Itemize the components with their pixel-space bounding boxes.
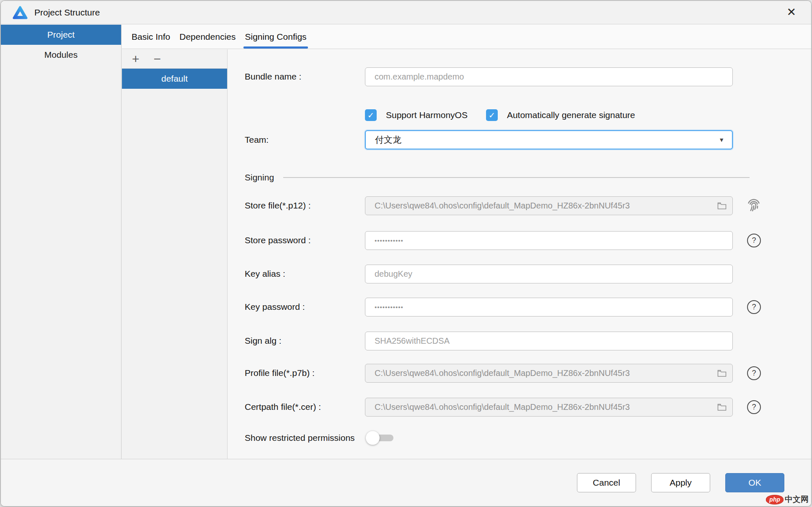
bundle-name-input[interactable] xyxy=(365,67,733,86)
config-list-toolbar: + − xyxy=(122,49,227,69)
add-config-icon[interactable]: + xyxy=(132,53,140,65)
store-file-input[interactable]: C:\Users\qwe84\.ohos\config\default_MapD… xyxy=(365,196,733,215)
signing-section-header: Signing xyxy=(228,172,750,183)
auto-generate-signature-label: Automatically generate signature xyxy=(507,110,635,120)
signing-config-list: + − default xyxy=(122,49,228,459)
watermark: php 中文网 xyxy=(766,494,809,505)
help-icon[interactable]: ? xyxy=(747,400,761,414)
sign-alg-label: Sign alg : xyxy=(228,336,365,346)
support-harmonyos-group: ✓ Support HarmonyOS xyxy=(365,109,486,121)
tab-basic-info[interactable]: Basic Info xyxy=(127,25,175,49)
config-item-default[interactable]: default xyxy=(122,69,227,89)
help-icon[interactable]: ? xyxy=(747,366,761,380)
store-file-value: C:\Users\qwe84\.ohos\config\default_MapD… xyxy=(375,201,714,211)
chevron-down-icon: ▼ xyxy=(719,136,724,143)
tab-dependencies[interactable]: Dependencies xyxy=(175,25,240,49)
show-restricted-label: Show restricted permissions xyxy=(228,433,355,443)
tab-label: Signing Configs xyxy=(245,32,306,42)
profile-file-input[interactable]: C:\Users\qwe84\.ohos\config\default_MapD… xyxy=(365,364,733,383)
tabs-bar: Basic Info Dependencies Signing Configs xyxy=(122,25,811,49)
store-password-row: Store password : ? xyxy=(228,231,761,250)
certpath-file-value: C:\Users\qwe84\.ohos\config\default_MapD… xyxy=(375,402,714,412)
bundle-name-row: Bundle name : xyxy=(228,67,733,86)
ok-button[interactable]: OK xyxy=(725,473,784,492)
key-alias-row: Key alias : xyxy=(228,264,733,283)
section-divider xyxy=(283,177,750,178)
sidebar-item-modules[interactable]: Modules xyxy=(1,45,121,65)
store-file-row: Store file(*.p12) : C:\Users\qwe84\.ohos… xyxy=(228,196,762,215)
cancel-button[interactable]: Cancel xyxy=(577,473,636,492)
profile-file-row: Profile file(*.p7b) : C:\Users\qwe84\.oh… xyxy=(228,363,761,383)
close-icon[interactable]: ✕ xyxy=(783,6,799,19)
certpath-file-label: Certpath file(*.cer) : xyxy=(228,402,365,412)
checkbox-row: ✓ Support HarmonyOS ✓ Automatically gene… xyxy=(365,106,654,125)
sign-alg-input[interactable] xyxy=(365,332,733,350)
sidebar-item-label: Project xyxy=(47,30,75,40)
config-item-label: default xyxy=(161,74,188,84)
tab-label: Basic Info xyxy=(132,32,170,42)
profile-file-label: Profile file(*.p7b) : xyxy=(228,368,365,378)
folder-icon[interactable] xyxy=(717,403,727,411)
team-value: 付文龙 xyxy=(375,134,401,146)
help-icon[interactable]: ? xyxy=(747,234,761,247)
folder-icon[interactable] xyxy=(717,202,727,210)
title-bar: Project Structure ✕ xyxy=(1,1,811,24)
certpath-file-input[interactable]: C:\Users\qwe84\.ohos\config\default_MapD… xyxy=(365,398,733,417)
support-harmonyos-label: Support HarmonyOS xyxy=(386,110,468,120)
sign-alg-row: Sign alg : xyxy=(228,331,733,350)
show-restricted-toggle[interactable] xyxy=(367,435,393,441)
deveco-logo-icon xyxy=(13,6,28,19)
signing-configs-form: Bundle name : ✓ Support HarmonyOS ✓ Auto… xyxy=(228,49,811,459)
remove-config-icon[interactable]: − xyxy=(154,53,161,65)
dialog-title: Project Structure xyxy=(34,8,100,18)
toggle-knob xyxy=(366,431,380,445)
team-label: Team: xyxy=(228,135,365,145)
sidebar: Project Modules xyxy=(1,25,122,459)
auto-generate-signature-group: ✓ Automatically generate signature xyxy=(486,109,654,121)
tab-label: Dependencies xyxy=(179,32,235,42)
apply-button[interactable]: Apply xyxy=(651,473,710,492)
project-structure-dialog: Project Structure ✕ Project Modules Basi… xyxy=(0,0,812,507)
auto-generate-signature-checkbox[interactable]: ✓ xyxy=(486,109,498,121)
help-icon[interactable]: ? xyxy=(747,300,761,314)
dialog-footer: Cancel Apply OK xyxy=(1,459,811,506)
key-alias-label: Key alias : xyxy=(228,269,365,279)
folder-icon[interactable] xyxy=(717,369,727,377)
key-password-input[interactable] xyxy=(365,298,733,317)
tab-signing-configs[interactable]: Signing Configs xyxy=(240,25,311,49)
sidebar-item-project[interactable]: Project xyxy=(1,25,121,45)
team-dropdown[interactable]: 付文龙 ▼ xyxy=(365,130,733,149)
certpath-file-row: Certpath file(*.cer) : C:\Users\qwe84\.o… xyxy=(228,397,761,417)
fingerprint-icon[interactable] xyxy=(745,196,762,215)
key-alias-input[interactable] xyxy=(365,265,733,283)
store-file-label: Store file(*.p12) : xyxy=(228,201,365,211)
store-password-input[interactable] xyxy=(365,231,733,250)
profile-file-value: C:\Users\qwe84\.ohos\config\default_MapD… xyxy=(375,368,714,378)
team-row: Team: 付文龙 ▼ xyxy=(228,130,733,149)
signing-section-title: Signing xyxy=(228,172,274,183)
key-password-label: Key password : xyxy=(228,302,365,312)
sidebar-item-label: Modules xyxy=(44,50,78,60)
watermark-text: 中文网 xyxy=(785,494,809,505)
store-password-label: Store password : xyxy=(228,235,365,245)
support-harmonyos-checkbox[interactable]: ✓ xyxy=(365,109,377,121)
bundle-name-label: Bundle name : xyxy=(228,72,365,82)
key-password-row: Key password : ? xyxy=(228,297,761,317)
php-logo-icon: php xyxy=(766,495,784,504)
show-restricted-row: Show restricted permissions xyxy=(228,428,393,448)
